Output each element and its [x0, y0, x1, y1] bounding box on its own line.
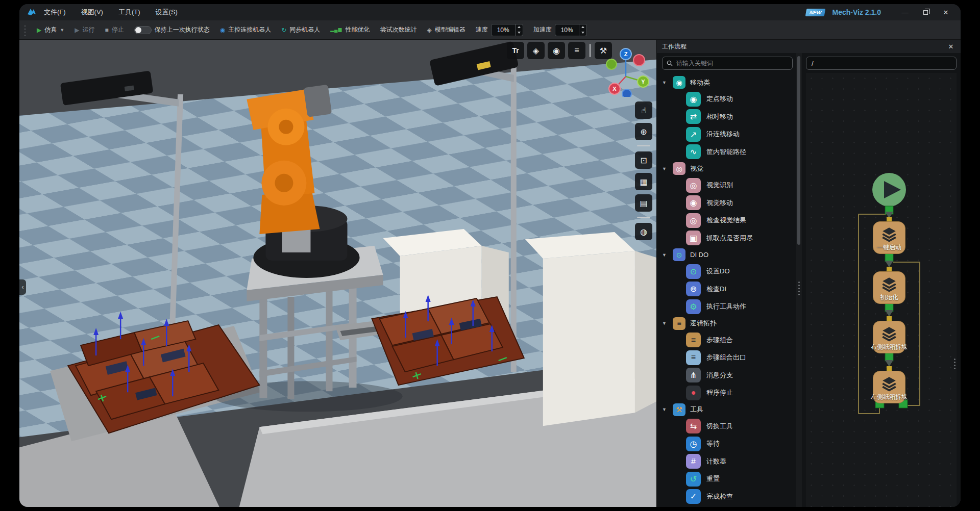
text-labels-button[interactable]: Tr [507, 42, 524, 59]
step-switch-tool[interactable]: ⇆ 切换工具 [662, 418, 793, 436]
step-check-di[interactable]: ⊚ 检查DI [662, 280, 793, 298]
simulate-button[interactable]: ▶ 仿真 ▼ [37, 25, 64, 34]
axis-ball-blue[interactable] [622, 89, 631, 97]
group-move[interactable]: ▼ ◉ 移动类 [662, 74, 793, 90]
accel-stepper[interactable]: 10% [555, 24, 587, 36]
caret-down-icon[interactable]: ▼ [662, 407, 668, 412]
search-input[interactable] [676, 60, 788, 67]
axis-gizmo[interactable]: Z X Y [599, 46, 650, 97]
globe-view-button[interactable]: ◍ [635, 223, 652, 240]
step-relative-move[interactable]: ⇄ 相对移动 [662, 108, 793, 126]
fixed-point-move-icon: ◉ [686, 92, 701, 107]
layers-icon [880, 325, 898, 342]
group-logic[interactable]: ▼ ≡ 逻辑拓扑 [662, 316, 793, 331]
viewport-3d[interactable]: Tr ◈ ◉ ≡ ⚒ Z X Y [19, 40, 656, 507]
toolbar-separator [637, 145, 650, 146]
group-dido[interactable]: ▼ ⊙ DI DO [662, 247, 793, 263]
step-counter[interactable]: # 计数器 [662, 453, 793, 471]
perspective-grid-button[interactable]: ▦ [635, 173, 652, 190]
step-vision-move[interactable]: ◉ 视觉移动 [662, 194, 793, 212]
pan-button[interactable]: ☝ [635, 101, 652, 119]
attempt-stats-button[interactable]: 尝试次数统计 [380, 25, 416, 34]
vision-recognize-icon: ◎ [686, 178, 701, 193]
menu-tools[interactable]: 工具(T) [118, 8, 140, 17]
menu-settings[interactable]: 设置(S) [156, 8, 178, 17]
speed-down-button[interactable] [516, 30, 523, 36]
step-run-tool-action[interactable]: ⚙ 执行工具动作 [662, 298, 793, 316]
step-program-stop[interactable]: ● 程序停止 [662, 384, 793, 402]
accel-down-button[interactable] [579, 30, 586, 36]
workflow-panel: 工作流程 ✕ ▼ ◉ 移动类 ◉ 定点移动 ⇄ 相对移动 ↗ 沿连线移动 ∿ [656, 40, 961, 507]
step-check-vision-result[interactable]: ◎ 检查视觉结果 [662, 212, 793, 229]
panel-collapse-handle[interactable]: ‹ [19, 279, 26, 295]
node-left-carton-depal[interactable]: 左侧纸箱拆垛 [873, 371, 905, 403]
toolbar-drag-handle[interactable] [23, 24, 27, 36]
counter-icon: # [686, 454, 701, 469]
zoom-in-button[interactable]: ⊕ [635, 123, 652, 140]
library-scrollbar[interactable] [796, 53, 802, 507]
caret-down-icon[interactable]: ▼ [662, 321, 668, 326]
stop-button[interactable]: ■ 停止 [105, 25, 124, 34]
run-tool-action-icon: ⚙ [686, 299, 701, 314]
menu-file[interactable]: 文件(F) [44, 8, 66, 17]
minimize-button[interactable]: — [896, 6, 914, 18]
fit-view-button[interactable]: ⊡ [635, 151, 652, 169]
performance-button[interactable]: ▂▄▆ 性能优化 [330, 25, 370, 34]
node-initialize[interactable]: 初始化 [873, 271, 905, 304]
step-set-do[interactable]: ⊙ 设置DO [662, 263, 793, 280]
axis-ball-green[interactable] [606, 59, 617, 69]
workflow-graph: / [802, 53, 961, 507]
graph-canvas[interactable]: 一键启动 初始化 右侧纸箱拆垛 左侧纸箱拆垛 [806, 73, 957, 507]
vision-move-icon: ◉ [686, 195, 701, 210]
panel-close-button[interactable]: ✕ [946, 43, 955, 50]
simulate-dropdown-icon[interactable]: ▼ [60, 28, 64, 33]
step-message-branch[interactable]: ⋔ 消息分支 [662, 367, 793, 385]
step-step-group[interactable]: ≡ 步骤组合 [662, 331, 793, 349]
step-wait[interactable]: ◷ 等待 [662, 435, 793, 453]
step-grasp-points-exhausted[interactable]: ▣ 抓取点是否用尽 [662, 229, 793, 247]
master-control-button[interactable]: ◉ 主控连接机器人 [220, 25, 271, 34]
node-right-carton-depal[interactable]: 右侧纸箱拆垛 [873, 321, 905, 353]
keep-last-state-toggle[interactable]: 保持上一次执行状态 [134, 25, 210, 34]
speed-up-button[interactable] [516, 24, 523, 30]
tools-icon: ⚒ [673, 403, 685, 416]
step-move-along-line[interactable]: ↗ 沿连线移动 [662, 125, 793, 143]
step-finish-check[interactable]: ✓ 完成检查 [662, 488, 793, 506]
caret-down-icon[interactable]: ▼ [662, 80, 668, 85]
step-fixed-point-move[interactable]: ◉ 定点移动 [662, 90, 793, 108]
step-vision-recognize[interactable]: ◎ 视觉识别 [662, 176, 793, 194]
view-layout-button[interactable]: ▤ [635, 194, 652, 212]
performance-icon: ▂▄▆ [330, 28, 342, 32]
group-vision[interactable]: ▼ ◎ 视觉 [662, 161, 793, 176]
caret-down-icon[interactable]: ▼ [662, 166, 668, 171]
menu-view[interactable]: 视图(V) [81, 8, 103, 17]
graph-breadcrumb[interactable]: / [806, 57, 957, 70]
switch-tool-icon: ⇆ [686, 419, 701, 433]
node-one-key-start[interactable]: 一键启动 [873, 221, 905, 254]
sync-robot-button[interactable]: ↻ 同步机器人 [281, 25, 320, 34]
list-view-button[interactable]: ≡ [568, 42, 585, 59]
group-tools[interactable]: ▼ ⚒ 工具 [662, 402, 793, 418]
model-view-button[interactable]: ◈ [527, 42, 545, 59]
program-stop-icon: ● [686, 386, 701, 400]
axis-ball-red[interactable] [633, 55, 645, 66]
caret-down-icon[interactable]: ▼ [662, 252, 668, 258]
restore-button[interactable] [917, 6, 934, 18]
speed-stepper[interactable]: 10% [491, 24, 523, 36]
dido-icon: ⊙ [673, 248, 685, 261]
visibility-button[interactable]: ◉ [548, 42, 565, 59]
menu-bar: 文件(F) 视图(V) 工具(T) 设置(S) [44, 8, 178, 17]
model-editor-button[interactable]: ◈ 模型编辑器 [427, 25, 465, 34]
step-step-group-exit[interactable]: ≡ 步骤组合出口 [662, 349, 793, 367]
step-smart-path-in-bin[interactable]: ∿ 筐内智能路径 [662, 143, 793, 161]
run-button[interactable]: ▶ 运行 [75, 25, 94, 34]
toggle-switch[interactable] [134, 26, 152, 34]
message-branch-icon: ⋔ [686, 368, 701, 382]
search-box[interactable] [662, 57, 793, 70]
sync-robot-icon: ↻ [281, 27, 286, 33]
step-reset[interactable]: ↺ 重置 [662, 470, 793, 488]
scrollbar-thumb[interactable] [797, 56, 800, 245]
accel-up-button[interactable] [579, 24, 586, 30]
wait-icon: ◷ [686, 437, 701, 451]
close-button[interactable]: ✕ [937, 6, 954, 18]
